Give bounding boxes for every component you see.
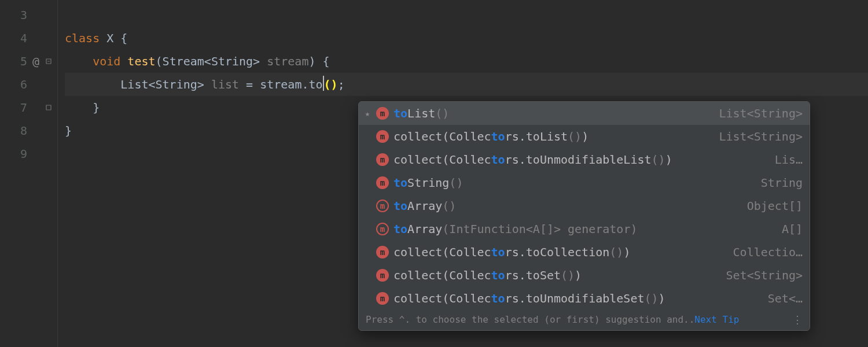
line-number: 6: [16, 77, 27, 91]
fold-collapse-icon[interactable]: [45, 57, 53, 65]
completion-return-type: Set<…: [762, 291, 803, 305]
completion-item[interactable]: ★mtoList()List<String>: [359, 102, 810, 125]
matched-paren: (: [324, 73, 331, 96]
var-name: list: [211, 73, 239, 96]
completion-label: toArray(): [393, 199, 737, 213]
completion-popup[interactable]: ★mtoList()List<String>mcollect(Collector…: [358, 101, 810, 331]
gutter-annotation: @: [31, 54, 41, 68]
completion-return-type: Set<String>: [720, 268, 803, 282]
gutter-row: 4: [0, 27, 57, 50]
line-number: 9: [16, 147, 27, 161]
line-number: 3: [16, 8, 27, 22]
code-line[interactable]: class X {: [65, 27, 868, 50]
gutter-row: 8: [0, 119, 57, 142]
fold-end-icon[interactable]: [45, 104, 53, 112]
completion-item[interactable]: mcollect(Collectors.toList())List<String…: [359, 125, 810, 148]
completion-item[interactable]: mtoString()String: [359, 171, 810, 194]
completion-item[interactable]: mcollect(Collectors.toSet())Set<String>: [359, 264, 810, 287]
line-number: 7: [16, 101, 27, 115]
matched-paren: ): [331, 73, 338, 96]
more-options-icon[interactable]: ⋮: [790, 313, 804, 326]
method-badge-icon: m: [376, 107, 389, 120]
code-line[interactable]: void test(Stream<String> stream) {: [65, 50, 868, 73]
gutter-row: 6: [0, 73, 57, 96]
completion-return-type: Collectio…: [727, 245, 803, 259]
line-number: 8: [16, 124, 27, 138]
method-name: test: [120, 50, 155, 73]
method-badge-icon: m: [376, 223, 389, 235]
next-tip-link[interactable]: Next Tip: [694, 314, 739, 325]
fold-icon-none: [45, 11, 53, 19]
completion-return-type: Lis…: [769, 153, 803, 167]
completion-label: collect(Collectors.toUnmodifiableList()): [393, 153, 764, 167]
method-badge-icon: m: [376, 200, 389, 212]
completion-label: toList(): [393, 106, 709, 120]
gutter-row: 3: [0, 3, 57, 27]
gutter: 3 4 5 @ 6 7 8: [0, 0, 58, 347]
fold-icon-none: [45, 80, 53, 88]
completion-item[interactable]: mcollect(Collectors.toUnmodifiableList()…: [359, 148, 810, 171]
gutter-row: 5 @: [0, 50, 57, 73]
fold-icon-none: [45, 127, 53, 135]
completion-hint: Press ^. to choose the selected (or firs…: [366, 314, 739, 325]
method-badge-icon: m: [376, 153, 389, 166]
text-caret: [323, 76, 324, 91]
keyword: class: [65, 27, 100, 50]
code-line[interactable]: [65, 3, 868, 27]
fold-icon-none: [45, 34, 53, 42]
method-badge-icon: m: [376, 176, 389, 189]
completion-return-type: A[]: [776, 222, 803, 236]
completion-label: collect(Collectors.toSet()): [393, 268, 716, 282]
completion-item[interactable]: mcollect(Collectors.toUnmodifiableSet())…: [359, 287, 810, 310]
completion-item[interactable]: mcollect(Collectors.toCollection())Colle…: [359, 241, 810, 264]
completion-return-type: List<String>: [713, 106, 803, 120]
completion-return-type: List<String>: [713, 130, 803, 143]
completion-item[interactable]: mtoArray()Object[]: [359, 194, 810, 217]
method-badge-icon: m: [376, 246, 389, 259]
fold-icon-none: [45, 150, 53, 158]
param-name: stream: [267, 50, 308, 73]
completion-return-type: Object[]: [741, 199, 803, 213]
code-line-active[interactable]: List<String> list = stream.to();: [65, 73, 868, 96]
completion-label: toArray(IntFunction<A[]> generator): [393, 222, 771, 236]
completion-label: collect(Collectors.toList()): [393, 130, 709, 143]
star-icon: ★: [363, 109, 372, 118]
line-number: 4: [16, 31, 27, 45]
completion-label: collect(Collectors.toUnmodifiableSet()): [393, 291, 757, 305]
keyword: void: [65, 50, 120, 73]
completion-item[interactable]: mtoArray(IntFunction<A[]> generator)A[]: [359, 217, 810, 241]
gutter-row: 9: [0, 142, 57, 165]
completion-label: toString(): [393, 176, 751, 190]
gutter-row: 7: [0, 96, 57, 119]
completion-footer: Press ^. to choose the selected (or firs…: [359, 310, 810, 330]
method-badge-icon: m: [376, 292, 389, 305]
line-number: 5: [16, 54, 27, 68]
completion-return-type: String: [755, 176, 803, 190]
method-badge-icon: m: [376, 130, 389, 143]
completion-label: collect(Collectors.toCollection()): [393, 245, 723, 259]
method-badge-icon: m: [376, 269, 389, 282]
